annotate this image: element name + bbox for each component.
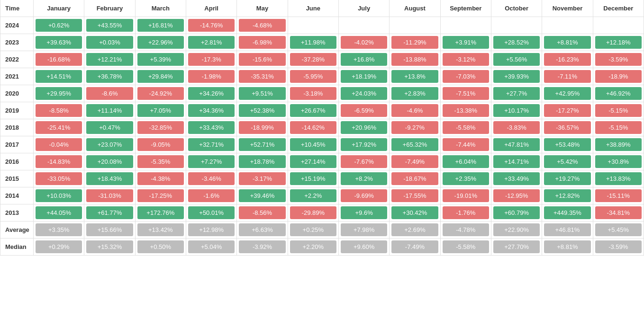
cell-6-11: -5.15% [593,119,644,136]
cell-7-1: +23.07% [84,136,135,153]
col-header-may: May [237,0,288,17]
cell-13-0: +0.29% [34,239,84,256]
cell-3-2: +29.84% [135,68,186,85]
cell-8-2: -5.35% [135,153,186,170]
cell-11-4: -8.56% [237,204,288,221]
cell-value: +9.51% [239,87,285,100]
cell-10-3: -1.6% [186,187,236,204]
cell-value: +19.27% [544,172,590,185]
cell-12-1: +15.66% [84,221,135,239]
cell-5-6: -6.59% [338,102,389,119]
cell-11-7: +30.42% [390,204,440,221]
cell-11-6: +9.6% [338,204,389,221]
cell-value: +14.71% [493,155,540,168]
year-label: 2018 [0,119,34,136]
cell-3-3: -1.98% [186,68,236,85]
cell-value: -5.58% [443,121,489,134]
main-table-container: TimeJanuaryFebruaryMarchAprilMayJuneJuly… [0,0,644,256]
cell-value: +33.49% [493,172,540,185]
cell-6-1: +0.47% [84,119,135,136]
monthly-returns-table: TimeJanuaryFebruaryMarchAprilMayJuneJuly… [0,0,644,256]
cell-5-11: -5.15% [593,102,644,119]
cell-value: +27.7% [493,87,540,100]
cell-0-5 [288,17,338,34]
cell-value: -5.15% [595,104,642,117]
cell-4-1: -8.6% [84,85,135,102]
cell-value: -7.49% [391,240,438,253]
cell-value: -8.6% [86,87,133,100]
cell-value: +7.98% [341,223,387,236]
cell-value: -7.11% [544,70,590,83]
cell-0-9 [491,17,542,34]
year-label: Median [0,239,34,256]
year-label: 2020 [0,85,34,102]
cell-11-10: +449.35% [542,204,593,221]
cell-3-4: -35.31% [237,68,288,85]
table-row: Average+3.35%+15.66%+13.42%+12.98%+6.63%… [0,221,644,239]
cell-value: +34.26% [188,87,235,100]
cell-13-2: +0.50% [135,239,186,256]
cell-value: +50.01% [188,206,235,219]
cell-2-10: -16.23% [542,51,593,68]
cell-value: -4.02% [341,36,387,49]
cell-13-11: -3.59% [593,239,644,256]
cell-value: +10.03% [36,189,82,202]
cell-value: +0.50% [137,240,184,253]
cell-2-11: -3.59% [593,51,644,68]
cell-value: -24.92% [137,87,184,100]
cell-value: -3.17% [239,172,285,185]
col-header-june: June [288,0,338,17]
year-label: 2017 [0,136,34,153]
cell-1-4: -6.98% [237,34,288,51]
cell-value: +10.17% [493,104,540,117]
cell-7-5: +10.45% [288,136,338,153]
cell-value: +22.96% [137,36,184,49]
cell-7-10: +53.48% [542,136,593,153]
cell-value: -14.83% [36,155,82,168]
cell-4-9: +27.7% [491,85,542,102]
cell-value: +53.48% [544,138,590,151]
year-label: 2016 [0,153,34,170]
cell-9-0: -33.05% [34,170,84,187]
cell-8-3: +7.27% [186,153,236,170]
cell-7-3: +32.71% [186,136,236,153]
cell-value: -4.68% [239,19,285,32]
cell-value: +30.42% [391,206,438,219]
cell-3-9: +39.93% [491,68,542,85]
cell-10-8: -19.01% [440,187,491,204]
cell-2-8: -3.12% [440,51,491,68]
cell-3-6: +18.19% [338,68,389,85]
cell-2-0: -16.68% [34,51,84,68]
cell-13-1: +15.32% [84,239,135,256]
cell-value: +11.14% [86,104,133,117]
cell-0-8 [440,17,491,34]
cell-0-4: -4.68% [237,17,288,34]
cell-0-2: +16.81% [135,17,186,34]
cell-value: +43.55% [86,19,133,32]
year-label: 2014 [0,187,34,204]
cell-8-4: +18.78% [237,153,288,170]
cell-value: +29.95% [36,87,82,100]
table-row: 2016-14.83%+20.08%-5.35%+7.27%+18.78%+27… [0,153,644,170]
cell-value: +47.81% [493,138,540,151]
cell-value: -9.27% [391,121,438,134]
cell-0-6 [338,17,389,34]
cell-value: -34.81% [595,206,642,219]
cell-value: -9.69% [341,189,387,202]
cell-3-7: +13.8% [390,68,440,85]
year-label: 2024 [0,17,34,34]
cell-11-11: -34.81% [593,204,644,221]
cell-value: +44.05% [36,206,82,219]
cell-value: +32.71% [188,138,235,151]
cell-8-0: -14.83% [34,153,84,170]
cell-value: +11.98% [290,36,336,49]
cell-value: +12.21% [86,53,133,66]
cell-value: +2.69% [391,223,438,236]
cell-7-11: +38.89% [593,136,644,153]
col-header-november: November [542,0,593,17]
cell-6-8: -5.58% [440,119,491,136]
cell-value: +3.91% [443,36,489,49]
cell-value: -32.85% [137,121,184,134]
cell-2-7: -13.88% [390,51,440,68]
cell-value: -7.51% [443,87,489,100]
